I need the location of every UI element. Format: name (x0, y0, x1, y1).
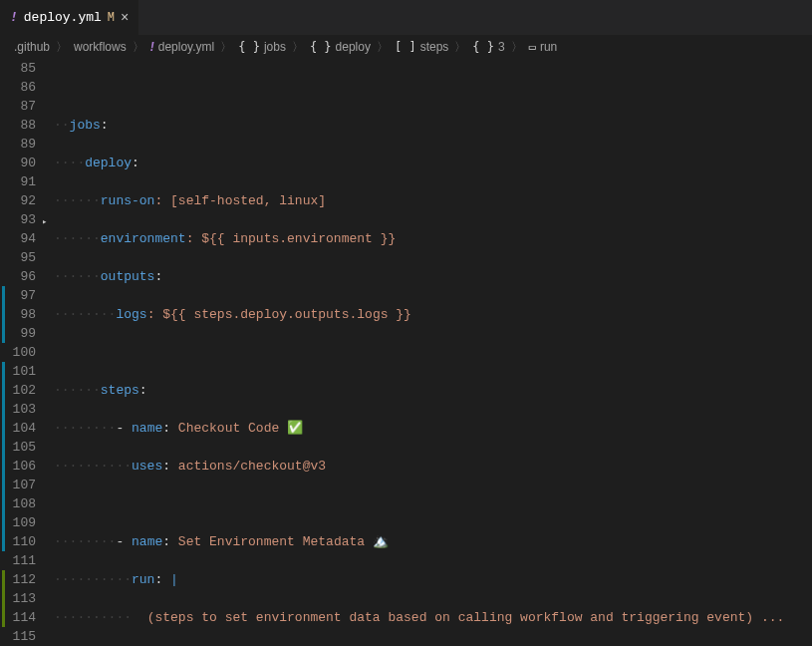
code-line[interactable]: ········- name: Checkout Code ✅ (54, 419, 812, 438)
diff-added-indicator (2, 589, 5, 608)
line-number: 105 (0, 438, 36, 457)
line-number: 92 (0, 191, 36, 210)
line-number: 107 (0, 476, 36, 494)
code-line[interactable] (54, 494, 812, 513)
crumb-symbol[interactable]: run (540, 40, 557, 54)
line-number: 100 (0, 343, 36, 362)
line-number: 104 (0, 419, 36, 438)
line-number: 90 (0, 154, 36, 172)
object-icon: { } (310, 40, 332, 54)
code-line[interactable]: ··········run: | (54, 570, 812, 589)
editor[interactable]: 85 86 87 88 89 90 91 92 ▸93 94 95 96 97 … (0, 59, 812, 646)
diff-modified-indicator (2, 362, 5, 381)
line-number: 91 (0, 172, 36, 191)
crumb-symbol[interactable]: jobs (264, 40, 286, 54)
line-number: 112 (0, 570, 36, 589)
crumb-symbol[interactable]: steps (420, 40, 449, 54)
line-number: ▸93 (0, 210, 36, 229)
chevron-right-icon: 〉 (454, 39, 466, 56)
chevron-right-icon: 〉 (511, 39, 523, 56)
diff-modified-indicator (2, 438, 5, 457)
diff-modified-indicator (2, 476, 5, 494)
object-icon: { } (238, 40, 260, 54)
breadcrumb[interactable]: .github 〉 workflows 〉 ! deploy.yml 〉 { }… (0, 35, 812, 59)
crumb-symbol[interactable]: 3 (498, 40, 505, 54)
chevron-right-icon: 〉 (377, 39, 389, 56)
code-line[interactable]: ······steps: (54, 381, 812, 400)
code-line[interactable]: ········- name: Set Environment Metadata… (54, 532, 812, 551)
diff-added-indicator (2, 608, 5, 627)
line-number: 85 (0, 59, 36, 78)
chevron-right-icon: 〉 (56, 39, 68, 56)
code-line[interactable]: ·········· (steps to set environment dat… (54, 608, 812, 627)
crumb-file[interactable]: deploy.yml (158, 40, 214, 54)
code-line[interactable]: ··jobs: (54, 116, 812, 135)
object-icon: { } (472, 40, 494, 54)
line-number: 101 (0, 362, 36, 381)
line-number: 94 (0, 229, 36, 248)
yaml-icon: ! (10, 10, 18, 25)
line-number: 109 (0, 513, 36, 532)
code-area[interactable]: ··jobs: ····deploy: ······runs-on: [self… (54, 59, 812, 646)
diff-modified-indicator (2, 400, 5, 419)
line-number-gutter: 85 86 87 88 89 90 91 92 ▸93 94 95 96 97 … (0, 59, 54, 646)
line-number: 103 (0, 400, 36, 419)
chevron-right-icon: 〉 (292, 39, 304, 56)
tab-bar: ! deploy.yml M × (0, 0, 812, 35)
line-number: 106 (0, 457, 36, 476)
diff-modified-indicator (2, 494, 5, 513)
diff-modified-indicator (2, 532, 5, 551)
code-line[interactable]: ··········uses: actions/checkout@v3 (54, 457, 812, 476)
line-number: 113 (0, 589, 36, 608)
diff-modified-indicator (2, 324, 5, 343)
line-number: 95 (0, 248, 36, 267)
line-number: 99 (0, 324, 36, 343)
line-number: 111 (0, 551, 36, 570)
line-number: 115 (0, 627, 36, 646)
line-number: 96 (0, 267, 36, 286)
line-number: 86 (0, 78, 36, 97)
code-line[interactable]: ····deploy: (54, 154, 812, 172)
close-icon[interactable]: × (121, 10, 129, 26)
line-number: 88 (0, 116, 36, 135)
fold-arrow-icon[interactable]: ▸ (42, 213, 47, 232)
code-line[interactable]: ········logs: ${{ steps.deploy.outputs.l… (54, 305, 812, 324)
chevron-right-icon: 〉 (220, 39, 232, 56)
line-number: 98 (0, 305, 36, 324)
diff-modified-indicator (2, 305, 5, 324)
array-icon: [ ] (395, 40, 416, 54)
editor-tab[interactable]: ! deploy.yml M × (0, 0, 139, 35)
line-number: 102 (0, 381, 36, 400)
diff-modified-indicator (2, 419, 5, 438)
line-number: 110 (0, 532, 36, 551)
diff-added-indicator (2, 570, 5, 589)
code-line[interactable] (54, 78, 812, 97)
diff-modified-indicator (2, 286, 5, 305)
code-line[interactable] (54, 343, 812, 362)
yaml-icon: ! (150, 40, 154, 54)
line-number: 89 (0, 135, 36, 154)
diff-modified-indicator (2, 457, 5, 476)
code-line[interactable]: ······runs-on: [self-hosted, linux] (54, 191, 812, 210)
crumb-folder[interactable]: .github (14, 40, 50, 54)
chevron-right-icon: 〉 (133, 39, 144, 56)
modified-indicator: M (108, 11, 115, 25)
string-icon: ▭ (529, 40, 536, 54)
line-number: 97 (0, 286, 36, 305)
diff-modified-indicator (2, 381, 5, 400)
line-number: 114 (0, 608, 36, 627)
line-number: 87 (0, 97, 36, 116)
crumb-symbol[interactable]: deploy (336, 40, 371, 54)
tab-filename: deploy.yml (24, 10, 102, 25)
code-line[interactable]: ······environment: ${{ inputs.environmen… (54, 229, 812, 248)
crumb-folder[interactable]: workflows (74, 40, 127, 54)
line-number: 108 (0, 494, 36, 513)
code-line[interactable]: ······outputs: (54, 267, 812, 286)
diff-modified-indicator (2, 513, 5, 532)
